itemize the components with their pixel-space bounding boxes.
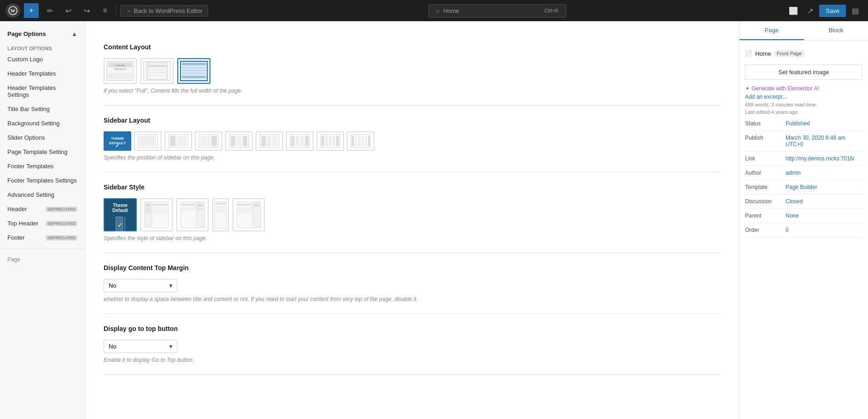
- top-bar: W + ✏ ↩ ↪ ≡ ← Back to WordPress Editor ⌂…: [0, 0, 868, 21]
- collapse-arrow[interactable]: ▲: [71, 30, 77, 37]
- generate-with-elementor-link[interactable]: ✦ Generate with Elementor AI: [745, 85, 862, 92]
- author-value[interactable]: admin: [786, 170, 801, 176]
- svg-rect-44: [332, 136, 335, 146]
- status-label: Status: [745, 120, 782, 127]
- menu-btn[interactable]: ≡: [98, 3, 112, 18]
- word-count: 499 words, 3 minutes read time.: [745, 102, 862, 107]
- page-options-header: Page Options ▲: [0, 27, 85, 43]
- home-label: Home: [755, 50, 771, 57]
- svg-rect-73: [216, 209, 226, 210]
- svg-rect-26: [211, 136, 217, 146]
- style-option-2[interactable]: [140, 198, 173, 231]
- template-label: Template: [745, 184, 782, 190]
- display-content-top-margin-select[interactable]: No Yes: [104, 279, 177, 292]
- tab-page[interactable]: Page: [740, 21, 804, 40]
- sidebar-item-header-templates[interactable]: Header Templates: [0, 66, 85, 81]
- svg-rect-43: [329, 136, 332, 146]
- svg-rect-78: [238, 207, 251, 209]
- redo-btn[interactable]: ↪: [79, 3, 94, 18]
- style-option-theme-default[interactable]: Theme Default ✓: [104, 198, 137, 231]
- edit-icon-btn[interactable]: ✏: [42, 3, 57, 18]
- svg-rect-55: [146, 207, 150, 209]
- layout-options-label: Layout Options: [0, 43, 85, 52]
- sidebar-item-footer[interactable]: Footer Deprecated: [0, 230, 85, 245]
- sidebar-option-right-sidebar[interactable]: [195, 131, 222, 151]
- sidebar-option-five-col[interactable]: [316, 131, 344, 151]
- svg-text:THEME: THEME: [116, 64, 125, 67]
- external-link-btn[interactable]: ↗: [803, 3, 817, 18]
- undo-btn[interactable]: ↩: [61, 3, 76, 18]
- svg-text:W: W: [11, 8, 16, 13]
- sidebar-item-footer-templates-settings[interactable]: Footer Templates Settings: [0, 173, 85, 188]
- svg-rect-79: [238, 210, 251, 211]
- parent-value[interactable]: None: [786, 212, 799, 219]
- style-option-3[interactable]: [176, 198, 209, 231]
- layout-option-full[interactable]: [177, 58, 210, 84]
- right-panel-body: 📄 Home Front Page Set featured image ✦ G…: [740, 41, 868, 243]
- order-row: Order 0: [745, 223, 862, 237]
- display-go-to-top-select[interactable]: No Yes: [104, 340, 177, 353]
- svg-rect-56: [146, 210, 150, 211]
- sidebar-item-slider-options[interactable]: Slider Options: [0, 130, 85, 145]
- svg-rect-65: [181, 204, 195, 206]
- desktop-view-btn[interactable]: ⬜: [786, 3, 801, 18]
- home-icon-row: 📄 Home Front Page: [745, 46, 862, 61]
- sidebar-item-background-setting[interactable]: Background Setting: [0, 116, 85, 130]
- sidebar-item-header[interactable]: Header Deprecated: [0, 202, 85, 216]
- svg-rect-17: [182, 72, 206, 74]
- sidebar-toggle-btn[interactable]: ▤: [848, 3, 862, 18]
- deprecated-badge-footer: Deprecated: [46, 235, 77, 241]
- display-content-top-margin-hint: whether to display a space between title…: [104, 296, 721, 302]
- generate-label: Generate with Elementor AI: [751, 85, 819, 92]
- back-to-editor-button[interactable]: ← Back to WordPress Editor: [120, 5, 208, 17]
- style-option-4[interactable]: [212, 198, 229, 231]
- svg-rect-42: [325, 136, 328, 146]
- svg-rect-50: [361, 136, 364, 146]
- sidebar-option-four-col[interactable]: [286, 131, 314, 151]
- publish-row: Publish March 30, 2020 8:48 am UTC+0: [745, 131, 862, 152]
- svg-rect-47: [352, 136, 354, 146]
- sidebar-item-page-template-setting[interactable]: Page Template Setting: [0, 145, 85, 159]
- add-excerpt-link[interactable]: Add an excerpt...: [745, 94, 862, 100]
- svg-rect-62: [153, 212, 168, 213]
- svg-rect-81: [253, 204, 260, 207]
- sidebar-style-hint: Specifies the style of sidebar on this p…: [104, 235, 721, 242]
- page-options-title: Page Options: [7, 30, 46, 37]
- discussion-row: Discussion Closed: [745, 195, 862, 209]
- publish-value[interactable]: March 30, 2020 8:48 am UTC+0: [786, 135, 862, 148]
- sidebar-option-left-sidebar[interactable]: [164, 131, 192, 151]
- layout-option-theme-default[interactable]: THEME DEFAULT: [104, 58, 137, 84]
- link-value[interactable]: http://my.demos.rocks:7016/: [786, 155, 855, 162]
- sidebar-item-footer-templates[interactable]: Footer Templates: [0, 159, 85, 173]
- style-option-5[interactable]: [233, 198, 265, 231]
- status-value[interactable]: Published: [786, 120, 810, 127]
- sidebar-option-three-col[interactable]: [256, 131, 283, 151]
- sidebar-item-header-templates-settings[interactable]: Header Templates Settings: [0, 81, 85, 102]
- layout-option-boxed[interactable]: [140, 58, 174, 84]
- add-button[interactable]: +: [24, 3, 39, 18]
- sidebar-option-no-sidebar[interactable]: [134, 131, 162, 151]
- svg-rect-51: [365, 136, 367, 146]
- content-layout-title: Content Layout: [104, 43, 721, 51]
- search-box: ⌂ Home Ctrl+K: [428, 4, 566, 18]
- sidebar-item-custom-logo[interactable]: Custom Logo: [0, 52, 85, 66]
- sidebar-item-advanced-setting[interactable]: Advanced Setting: [0, 188, 85, 202]
- set-featured-image-button[interactable]: Set featured image: [745, 65, 862, 80]
- sidebar-layout-hint: Specifies the position of sidebar on thi…: [104, 154, 721, 161]
- sidebar-option-theme-default[interactable]: THEMEDEFAULT ✓: [104, 131, 131, 151]
- svg-rect-61: [153, 210, 168, 211]
- sidebar-item-label: Header: [7, 206, 27, 212]
- svg-rect-38: [300, 136, 304, 146]
- sidebar-item-title-bar-setting[interactable]: Title Bar Setting: [0, 102, 85, 116]
- display-go-to-top-title: Display go to top button: [104, 325, 721, 332]
- tab-block[interactable]: Block: [804, 21, 868, 40]
- order-value[interactable]: 0: [786, 227, 789, 233]
- save-button[interactable]: Save: [819, 5, 846, 17]
- template-value[interactable]: Page Builder: [786, 184, 817, 190]
- sidebar-option-six-col[interactable]: [347, 131, 374, 151]
- svg-rect-22: [170, 136, 175, 146]
- sidebar-option-both-sidebar[interactable]: [225, 131, 253, 151]
- sidebar-item-top-header[interactable]: Top Header Deprecated: [0, 216, 85, 230]
- template-row: Template Page Builder: [745, 180, 862, 195]
- discussion-value[interactable]: Closed: [786, 198, 803, 205]
